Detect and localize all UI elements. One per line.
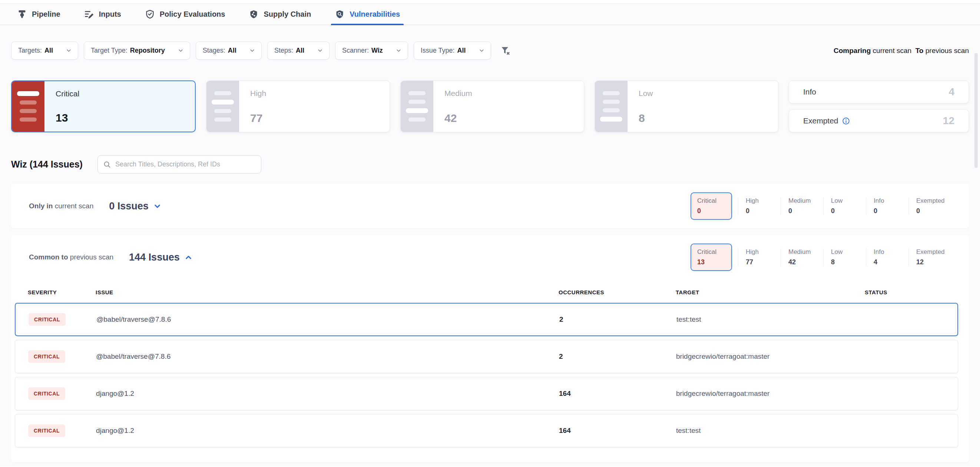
filter-row: Targets: All Target Type: Repository Sta… [11,25,969,60]
filter-value: All [457,47,466,54]
chip-info[interactable]: Info 0 [866,197,908,215]
tab-label: Vulnerabilities [350,10,400,19]
filter-label: Steps: [274,47,293,54]
severity-badge: CRITICAL [28,387,65,400]
chevron-down-icon [249,48,255,54]
filter-label: Issue Type: [421,47,455,54]
severity-card-high[interactable]: High 77 [206,80,390,132]
section-label: Only in current scan [29,202,94,210]
section-issues-toggle[interactable]: 144 Issues [129,252,193,263]
chip-critical[interactable]: Critical 13 [690,243,732,271]
comparison-word: To [915,47,924,54]
tab-label: Pipeline [32,10,60,19]
severity-card-medium[interactable]: Medium 42 [400,80,584,132]
severity-card-label: Medium [444,89,472,98]
comparison-word: Comparing [834,47,871,54]
chip-low[interactable]: Low 8 [823,248,866,266]
chip-info[interactable]: Info 4 [866,248,908,266]
chip-high[interactable]: High 77 [738,248,781,266]
table-row[interactable]: CRITICAL @babel/traverse@7.8.6 2 bridgec… [15,340,958,373]
issues-table: SEVERITY ISSUE OCCURRENCES TARGET STATUS… [15,280,958,447]
chip-high[interactable]: High 0 [738,197,781,215]
occurrences-cell: 2 [559,315,676,324]
target-cell: bridgecrewio/terragoat:master [676,353,865,361]
vertical-scrollbar[interactable] [974,53,978,168]
severity-card-low[interactable]: Low 8 [595,80,778,132]
info-icon [842,117,850,125]
table-row[interactable]: CRITICAL @babel/traverse@7.8.6 2 test:te… [15,303,958,336]
window-top-strip [0,0,980,4]
section-label: Common to previous scan [29,253,113,261]
col-header-severity: SEVERITY [28,289,95,295]
comparison-current: current scan [873,47,912,54]
filter-target-type[interactable]: Target Type: Repository [84,41,190,60]
severity-cards-row: Critical 13 High 77 Medium 42 [11,80,969,132]
target-cell: test:test [676,315,865,324]
chip-exempted[interactable]: Exempted 0 [908,197,951,215]
filter-issue-type[interactable]: Issue Type: All [414,41,491,60]
chip-critical[interactable]: Critical 0 [690,192,732,220]
filter-value: All [228,47,237,54]
issue-cell: @babel/traverse@7.8.6 [96,353,559,361]
vulnerabilities-icon [335,9,345,19]
tab-label: Inputs [99,10,121,19]
filter-label: Target Type: [91,47,127,54]
tab-vulnerabilities[interactable]: Vulnerabilities [332,4,402,24]
policy-evaluations-icon [145,9,155,19]
severity-badge: CRITICAL [29,313,65,326]
severity-card-count: 13 [56,111,79,124]
issue-cell: django@1.2 [96,389,559,398]
filter-value: Wiz [371,47,383,54]
severity-card-count: 42 [444,112,472,124]
severity-card-exempted[interactable]: Exempted 12 [789,110,969,132]
clear-filters-button[interactable] [500,46,511,56]
issue-cell: django@1.2 [96,427,559,435]
tab-pipeline[interactable]: Pipeline [15,4,63,24]
tab-label: Policy Evaluations [160,10,225,19]
chip-low[interactable]: Low 0 [823,197,866,215]
severity-card-label: Info [803,87,816,96]
issue-cell: @babel/traverse@7.8.6 [96,315,559,324]
comparison-note: Comparing current scan To previous scan [834,47,969,55]
filter-stages[interactable]: Stages: All [196,41,262,60]
target-cell: test:test [676,427,865,435]
filter-label: Targets: [18,47,42,54]
inputs-icon [84,9,94,19]
section-only-in-current-scan: Only in current scan 0 Issues Critical 0… [11,184,969,228]
severity-card-count: 77 [250,112,266,124]
severity-gauge-medium-icon [401,81,433,132]
occurrences-cell: 164 [559,389,676,398]
severity-card-label: Exempted [803,116,838,125]
severity-badge: CRITICAL [28,424,65,437]
tab-policy-evaluations[interactable]: Policy Evaluations [143,4,228,24]
severity-card-count: 4 [948,86,955,98]
search-icon [103,160,111,168]
filter-targets[interactable]: Targets: All [11,41,78,60]
occurrences-cell: 164 [559,427,676,435]
filter-steps[interactable]: Steps: All [267,41,329,60]
severity-card-info[interactable]: Info 4 [789,80,969,103]
issue-search[interactable] [97,155,261,173]
tab-inputs[interactable]: Inputs [82,4,123,24]
severity-badge: CRITICAL [28,350,65,363]
section-issues-toggle[interactable]: 0 Issues [109,200,162,212]
chip-medium[interactable]: Medium 0 [781,197,823,215]
target-cell: bridgecrewio/terragoat:master [676,389,865,398]
severity-card-label: Low [639,89,653,98]
chevron-down-icon [317,48,323,54]
tab-supply-chain[interactable]: Supply Chain [247,4,313,24]
severity-card-count: 8 [639,112,653,124]
severity-card-critical[interactable]: Critical 13 [11,80,196,132]
filter-label: Scanner: [342,47,369,54]
severity-card-label: Critical [56,89,79,98]
info-exempted-stack: Info 4 Exempted 12 [789,80,969,132]
section-common-to-previous-scan: Common to previous scan 144 Issues Criti… [11,235,969,462]
search-input[interactable] [115,160,256,168]
chevron-down-icon [178,48,184,54]
table-row[interactable]: CRITICAL django@1.2 164 bridgecrewio/ter… [15,377,958,410]
chip-medium[interactable]: Medium 42 [781,248,823,266]
filter-scanner[interactable]: Scanner: Wiz [335,41,408,60]
table-row[interactable]: CRITICAL django@1.2 164 test:test [15,414,958,447]
pipeline-icon [17,9,27,19]
chip-exempted[interactable]: Exempted 12 [908,248,951,266]
